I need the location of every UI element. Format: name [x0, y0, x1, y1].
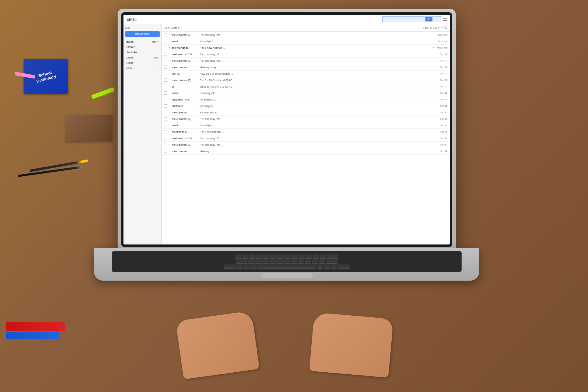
sidebar-item-drafts[interactable]: Drafts (10) — [125, 55, 160, 60]
email-checkbox[interactable] — [164, 124, 167, 127]
email-row[interactable]: ☆ me,customer (2) Re: company info ... ↩… — [162, 116, 450, 122]
star-icon[interactable]: ☆ — [168, 72, 171, 75]
email-checkbox[interactable] — [164, 150, 167, 153]
star-icon[interactable]: ☆ — [168, 143, 171, 146]
email-checkbox[interactable] — [164, 117, 167, 120]
email-row[interactable]: ☆ me,customer (1) Re: On 23 October at 0… — [162, 77, 450, 83]
email-checkbox[interactable] — [164, 72, 167, 75]
search-input[interactable] — [384, 18, 425, 21]
email-row[interactable]: ☆ me,friends (4) Re: 2 new notifica ... … — [162, 45, 450, 51]
key[interactable] — [327, 254, 338, 259]
email-row[interactable]: ☆ cr What do you think so far? ... Sep 2… — [162, 83, 450, 90]
search-button[interactable]: 🔍 — [425, 17, 432, 21]
key[interactable] — [263, 254, 270, 259]
star-icon[interactable]: ☆ — [168, 53, 171, 56]
email-row[interactable]: ☆ email company info ... Sep 18 — [162, 90, 450, 96]
email-checkbox[interactable] — [164, 91, 167, 95]
email-checkbox[interactable] — [164, 40, 167, 43]
email-row[interactable]: ☆ customer no.249 Re: company info ... S… — [162, 135, 450, 142]
email-row[interactable]: ☆ me,customer (2) Re: company info ... S… — [162, 142, 450, 148]
email-row[interactable]: ☆ email (no subject) ... Sep 11 — [162, 122, 450, 129]
key[interactable] — [224, 264, 235, 269]
compose-button[interactable]: COMPOSE — [125, 31, 160, 37]
star-icon[interactable]: ☆ — [168, 130, 171, 133]
star-icon[interactable]: ☆ — [168, 118, 171, 120]
key[interactable] — [248, 259, 255, 264]
star-icon[interactable]: ☆ — [168, 40, 171, 43]
email-checkbox[interactable] — [164, 85, 167, 88]
email-row[interactable]: ☆ email (no subject) ... 11:43 am — [162, 38, 450, 45]
email-checkbox[interactable] — [164, 137, 167, 140]
star-icon[interactable]: ☆ — [168, 92, 171, 95]
email-checkbox[interactable] — [164, 98, 167, 101]
key[interactable] — [320, 254, 326, 259]
key[interactable] — [284, 254, 291, 259]
key[interactable] — [326, 259, 338, 264]
email-checkbox[interactable] — [164, 46, 167, 49]
key[interactable] — [291, 254, 298, 259]
key[interactable] — [243, 264, 250, 269]
key[interactable] — [319, 259, 325, 264]
nav-next-button[interactable]: > — [441, 26, 442, 29]
key[interactable] — [235, 254, 241, 259]
email-row[interactable]: ☆ me,customer Meeting ... Sep 10 — [162, 148, 450, 155]
menu-icon[interactable] — [443, 18, 447, 21]
email-row[interactable]: ☆ me,customer we want some ... Sep 13 — [162, 109, 450, 116]
key[interactable] — [256, 254, 263, 259]
email-row[interactable]: ☆ customer no.249 Re: company info ... S… — [162, 51, 450, 58]
key[interactable] — [236, 259, 248, 264]
email-row[interactable]: ☆ join us New Sign-in on Computer ... Se… — [162, 71, 450, 77]
key[interactable] — [298, 259, 304, 264]
key[interactable] — [283, 259, 290, 264]
star-icon[interactable]: ☆ — [168, 33, 171, 36]
key[interactable] — [249, 254, 255, 259]
email-checkbox[interactable] — [164, 78, 167, 82]
sidebar-item-inbox[interactable]: Inbox (49) ▾ — [125, 39, 160, 44]
key[interactable] — [290, 259, 297, 264]
email-checkbox[interactable] — [164, 66, 167, 69]
email-row[interactable]: ☆ me,customer Meeting today ... Sep 23 — [162, 64, 450, 71]
email-row[interactable]: ☆ me,customer (2) Re: company info ... 1… — [162, 32, 450, 38]
key[interactable] — [331, 264, 337, 269]
email-checkbox[interactable] — [164, 143, 167, 146]
spacebar-key[interactable] — [257, 264, 316, 269]
sidebar-item-notes[interactable]: Notes — [125, 61, 160, 65]
email-row[interactable]: ☆ me,customer (2) Re: company info ... S… — [162, 58, 450, 64]
star-icon[interactable]: ☆ — [168, 79, 171, 82]
star-icon[interactable]: ☆ — [168, 137, 171, 140]
key[interactable] — [269, 259, 276, 264]
all-filter-button[interactable]: All ▾ — [164, 26, 169, 29]
star-icon[interactable]: ☆ — [168, 98, 171, 101]
key[interactable] — [262, 259, 269, 264]
key[interactable] — [270, 254, 277, 259]
email-row[interactable]: ☆ customer (no subject) ... Sep 15 — [162, 103, 450, 109]
star-icon[interactable]: ☆ — [168, 46, 171, 49]
email-checkbox[interactable] — [164, 53, 167, 56]
search-nav-button[interactable]: 🔍 — [443, 26, 447, 30]
key[interactable] — [250, 264, 257, 269]
email-checkbox[interactable] — [164, 33, 167, 36]
star-icon[interactable]: ☆ — [168, 59, 171, 62]
key[interactable] — [305, 259, 311, 264]
email-checkbox[interactable] — [164, 104, 167, 108]
key[interactable] — [313, 254, 319, 259]
star-icon[interactable]: ☆ — [168, 150, 171, 153]
key[interactable] — [277, 254, 284, 259]
email-checkbox[interactable] — [164, 59, 167, 62]
star-icon[interactable]: ☆ — [168, 105, 171, 108]
trackpad[interactable] — [260, 273, 313, 278]
key[interactable] — [236, 264, 243, 269]
email-row[interactable]: ☆ customer no.00 (no subject) ... Sep 15 — [162, 96, 450, 103]
key[interactable] — [255, 259, 262, 264]
key[interactable] — [276, 259, 283, 264]
more-filter-button[interactable]: More ▾ — [171, 26, 180, 29]
email-row[interactable]: ☆ me,friends (6) Re: 2 new notifica ... … — [162, 129, 450, 135]
nav-prev-button[interactable]: < — [438, 26, 440, 29]
star-icon[interactable]: ☆ — [168, 85, 171, 88]
sidebar-item-more[interactable]: More ▾ — [125, 66, 160, 71]
star-icon[interactable]: ☆ — [168, 111, 171, 114]
key[interactable] — [324, 264, 330, 269]
key[interactable] — [305, 254, 312, 259]
key[interactable] — [338, 264, 350, 269]
email-checkbox[interactable] — [164, 111, 167, 114]
